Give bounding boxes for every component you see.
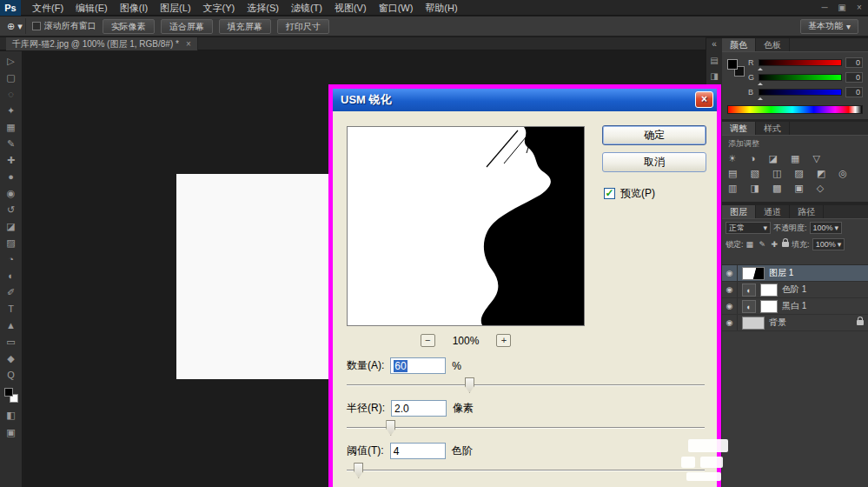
threshold-slider[interactable] — [347, 462, 705, 479]
slider-groove[interactable] — [347, 470, 705, 471]
minimize-icon[interactable]: ─ — [818, 3, 832, 12]
tools-panel: ▷ ▢ ◌ ✦ ▦ ✎ ✚ ● ◉ ↺ ◪ ▨ ◔ ◐ ✐ T ▲ ▭ ◆ Q … — [0, 51, 23, 487]
tab-swatches[interactable]: 色板 — [756, 38, 790, 51]
close-icon[interactable]: × — [852, 3, 866, 12]
tab-paths[interactable]: 路径 — [790, 205, 824, 218]
amount-input[interactable]: 60 — [390, 357, 446, 374]
adjustment-icons-row-3[interactable]: ▥ ◨ ▩ ▣ ◇ — [728, 181, 862, 196]
green-slider[interactable] — [759, 74, 842, 81]
collapsed-panel-icons[interactable]: ▤ ◨ — [706, 53, 722, 84]
fill-field[interactable]: 100% ▾ — [812, 238, 845, 250]
menu-edit[interactable]: 编辑(E) — [70, 0, 114, 16]
layer-thumbnail[interactable] — [742, 317, 765, 330]
layer-thumbnail[interactable] — [742, 267, 765, 280]
cancel-button[interactable]: 取消 — [602, 152, 706, 172]
adjustment-icons-row-1[interactable]: ☀ ◑ ◪ ▦ ▽ — [728, 151, 862, 166]
restore-icon[interactable]: ▣ — [835, 3, 849, 12]
blue-value[interactable]: 0 — [845, 87, 863, 97]
red-slider[interactable] — [759, 59, 842, 66]
layer-mask-thumbnail[interactable] — [760, 300, 778, 313]
zoom-out-button[interactable]: − — [421, 334, 435, 347]
layer-row-layer1[interactable]: ◉ 图层 1 — [722, 265, 868, 282]
filter-preview[interactable] — [347, 126, 585, 326]
panel-color-swatches[interactable] — [727, 59, 745, 77]
tab-layers[interactable]: 图层 — [722, 205, 756, 218]
color-swatches[interactable] — [4, 388, 18, 403]
layer-row-blackwhite1[interactable]: ◉ ◐ 黑白 1 — [722, 298, 868, 315]
radius-slider[interactable] — [347, 419, 705, 437]
preview-checkbox[interactable]: ✓ — [604, 188, 615, 199]
mask-and-screen-mode-icons[interactable]: ◧ ▣ — [0, 406, 22, 441]
layer-row-levels1[interactable]: ◉ ◐ 色阶 1 — [722, 282, 868, 298]
green-channel-row: G 0 — [748, 72, 863, 83]
red-channel-label: R — [748, 58, 755, 67]
tab-adjustments[interactable]: 调整 — [722, 122, 756, 135]
slider-thumb[interactable] — [386, 420, 395, 436]
visibility-eye-icon[interactable]: ◉ — [722, 282, 738, 297]
radius-input[interactable]: 2.0 — [391, 400, 447, 417]
fill-screen-button[interactable]: 填充屏幕 — [219, 19, 271, 34]
tab-color[interactable]: 颜色 — [722, 38, 756, 51]
tool-icons[interactable]: ▷ ▢ ◌ ✦ ▦ ✎ ✚ ● ◉ ↺ ◪ ▨ ◔ ◐ ✐ T ▲ ▭ ◆ Q — [0, 51, 22, 384]
menu-layer[interactable]: 图层(L) — [154, 0, 196, 16]
visibility-eye-icon[interactable]: ◉ — [722, 265, 738, 281]
foreground-color-swatch[interactable] — [727, 59, 738, 70]
slider-groove[interactable] — [347, 427, 705, 429]
green-value[interactable]: 0 — [845, 72, 863, 83]
photoshop-window: Ps 文件(F) 编辑(E) 图像(I) 图层(L) 文字(Y) 选择(S) 滤… — [0, 0, 868, 487]
color-spectrum-ramp[interactable] — [727, 105, 863, 114]
amount-slider[interactable] — [347, 377, 705, 394]
collapse-dock-icon[interactable]: « — [706, 38, 722, 50]
amount-unit: % — [452, 360, 461, 372]
slider-thumb[interactable] — [354, 463, 363, 478]
menu-select[interactable]: 选择(S) — [241, 0, 285, 16]
ok-button[interactable]: 确定 — [602, 125, 706, 145]
menu-window[interactable]: 窗口(W) — [373, 0, 420, 16]
dialog-title-bar[interactable]: USM 锐化 × — [333, 89, 717, 111]
red-value[interactable]: 0 — [845, 57, 863, 68]
tab-close-icon[interactable]: × — [186, 39, 191, 49]
print-size-button[interactable]: 打印尺寸 — [277, 19, 329, 34]
threshold-input[interactable]: 4 — [390, 443, 446, 459]
document-tab-bar: 千库网-猫2.jpg @ 100% (图层 1, RGB/8#) * × — [0, 37, 706, 50]
adjustment-layer-icon[interactable]: ◐ — [742, 284, 756, 297]
opacity-field[interactable]: 100% ▾ — [810, 222, 843, 234]
document-tab[interactable]: 千库网-猫2.jpg @ 100% (图层 1, RGB/8#) * × — [6, 37, 198, 50]
visibility-eye-icon[interactable]: ◉ — [722, 315, 738, 330]
layer-mask-thumbnail[interactable] — [760, 284, 778, 297]
preview-checkbox-row[interactable]: ✓ 预览(P) — [604, 186, 655, 201]
fit-screen-button[interactable]: 适合屏幕 — [161, 19, 213, 34]
layer-row-background[interactable]: ◉ 背景 — [722, 315, 868, 331]
foreground-color-swatch[interactable] — [4, 388, 13, 397]
dialog-close-icon[interactable]: × — [695, 91, 713, 108]
scroll-all-windows-option[interactable]: 滚动所有窗口 — [32, 20, 96, 32]
tab-channels[interactable]: 通道 — [756, 205, 790, 218]
lock-option-icons[interactable]: ▦ ✎ ✚ — [746, 240, 780, 249]
blue-slider[interactable] — [759, 89, 842, 96]
adjustment-layer-icon[interactable]: ◐ — [742, 300, 756, 313]
visibility-eye-icon[interactable]: ◉ — [722, 298, 738, 314]
menu-filter[interactable]: 滤镜(T) — [285, 0, 328, 16]
menu-view[interactable]: 视图(V) — [328, 0, 373, 16]
current-tool-chip[interactable]: ⊕ ▾ — [4, 18, 26, 34]
adjustment-icons-row-2[interactable]: ▤ ▧ ◫ ▨ ◩ ◎ — [728, 166, 862, 181]
tab-styles[interactable]: 样式 — [756, 122, 790, 135]
opacity-label: 不透明度: — [773, 223, 807, 234]
blend-mode-select[interactable]: 正常 ▾ — [726, 222, 771, 234]
menu-type[interactable]: 文字(Y) — [197, 0, 242, 16]
preview-image — [348, 127, 584, 325]
document-title: 千库网-猫2.jpg @ 100% (图层 1, RGB/8#) * — [12, 38, 179, 50]
actual-pixels-button[interactable]: 实际像素 — [103, 19, 155, 34]
lock-all-icon[interactable] — [782, 242, 789, 247]
slider-thumb[interactable] — [465, 377, 474, 393]
slider-groove[interactable] — [347, 384, 705, 386]
lock-label: 锁定: — [726, 239, 744, 250]
zoom-in-button[interactable]: + — [496, 334, 511, 347]
scroll-all-windows-checkbox[interactable] — [32, 22, 41, 30]
workspace-switcher[interactable]: 基本功能 ▾ — [800, 19, 858, 34]
radius-label: 半径(R): — [347, 401, 385, 416]
menu-image[interactable]: 图像(I) — [114, 0, 154, 16]
menu-file[interactable]: 文件(F) — [26, 0, 70, 16]
menu-help[interactable]: 帮助(H) — [419, 0, 463, 16]
amount-field-row: 数量(A): 60 % — [347, 357, 461, 374]
